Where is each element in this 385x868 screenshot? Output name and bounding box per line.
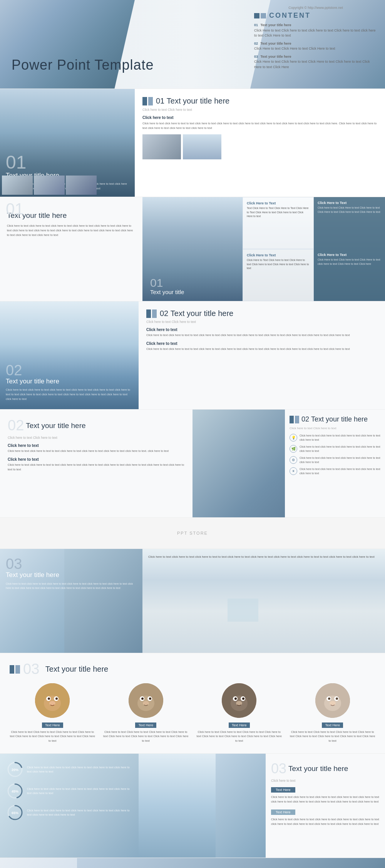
cover-content-box: Copyright © http://www.pptstore.net CONT…	[254, 6, 377, 70]
slide-01-large-title: Text your title here	[7, 211, 136, 220]
slide-03-a: 03 Text your title here Click here to te…	[0, 549, 385, 653]
panel-1-body: Text Click Here to Text Click Here to Te…	[247, 206, 310, 219]
slide-02a-right-title: Text your title here	[171, 309, 233, 318]
ring-icon: ⚙	[290, 456, 297, 464]
slide-01-large-body: Click here to text click here to text cl…	[7, 224, 136, 237]
thumb-3	[66, 176, 97, 195]
progress-circle-2: 45%	[7, 783, 23, 799]
icon-row-3: ⚙ Click here to text click here to text …	[290, 456, 380, 464]
slide-02b-body2: Click here to text click here to text to…	[8, 463, 185, 472]
slide-02b-click1: Click here to text	[8, 443, 185, 448]
slide-02b-click2: Click here to text	[8, 457, 185, 462]
bulb-icon: 💡	[290, 434, 297, 442]
slide-02-b: 02 Text your title here Click here to te…	[0, 410, 385, 517]
slide-01-right-body: Click here to text click here to text to…	[142, 121, 377, 130]
team-cards: Text Here Click here to text Click here …	[10, 683, 375, 743]
slide-02a-right-subtitle: Click here to text Click here to text	[146, 320, 377, 324]
slide-03b-right: 03 Text your title here Click here to te…	[266, 754, 385, 858]
sun-icon: ☀	[290, 467, 297, 475]
slide-01-right-title: Text your title here	[167, 97, 229, 105]
slide-01-overlay-title-text: Text your title	[150, 289, 184, 295]
slide-02a-click2: Click here to text	[146, 341, 377, 346]
slide-03b-body2: Click here to text click here to text cl…	[271, 817, 380, 826]
team-card-1: Text Here Click here to text Click here …	[10, 683, 95, 743]
cover-item-1: 01 Text your title here Click Here to te…	[254, 23, 377, 38]
svg-point-6	[49, 701, 55, 706]
panel-4: Click Here to Text Click Here to text Cl…	[314, 249, 385, 301]
text-badge-2: Text Here	[271, 809, 295, 815]
slide-01-large-right: 01 Text your title Click Here to Text Te…	[142, 197, 385, 301]
slide-02a-body1: Click here to text click here to text to…	[146, 333, 377, 338]
cover-item-3-desc: Click Here to text Click here to text Cl…	[254, 60, 370, 69]
team-card-4: Text Here Click here to text Click here …	[290, 683, 376, 743]
slide-01-click-header: Click here to text	[142, 115, 377, 120]
panel-1: Click Here to Text Text Click Here to Te…	[243, 197, 314, 249]
panel-3-title: Click Here to Text	[247, 253, 310, 257]
slide-01-right-header: 01 Text your title here	[142, 97, 377, 105]
slide-02a-title: Text your title here	[6, 378, 133, 385]
cover-content-label: CONTENT	[269, 12, 311, 20]
svg-point-18	[234, 697, 237, 700]
progress-text-1: Click here to text click here to text cl…	[27, 765, 132, 774]
text-badge-1: Text Here	[271, 787, 295, 793]
slide-01-large: 01 Text your title here Click here to te…	[0, 197, 385, 301]
progress-circle-3: 65%	[7, 804, 23, 821]
team-name-badge-1: Text Here	[42, 722, 63, 728]
svg-point-11	[141, 697, 144, 700]
slide-02b-right: 02 Text your title here Click here to te…	[192, 410, 385, 517]
team-name-badge-2: Text Here	[135, 722, 156, 728]
avatar-4	[315, 683, 350, 718]
sq-light	[148, 97, 153, 105]
slide-01-main: 01 Text your title here Click here to te…	[0, 89, 385, 197]
slide-03b-title: Text your title here	[288, 764, 348, 773]
team-body-4: Click here to text Click here to text Cl…	[290, 730, 376, 743]
slide-01-left: 01 Text your title here Click here to te…	[0, 89, 135, 197]
cover-title-area: Power Point Template	[12, 57, 154, 73]
slide-03a-title-white: Text your title here	[6, 571, 137, 579]
square-dark	[254, 13, 259, 18]
slide-01-overlay-title: 01 Text your title	[150, 277, 184, 295]
slide-02b-title: Text your title here	[26, 421, 85, 430]
sq-dark	[142, 97, 147, 105]
cover-content-header: CONTENT	[254, 12, 377, 20]
svg-point-20	[236, 701, 242, 706]
svg-point-12	[149, 697, 151, 700]
panel-2-title: Click Here to Text	[318, 201, 381, 205]
slide-02a-body: Click here to text click here to text cl…	[6, 388, 133, 401]
progress-mountain-1	[139, 754, 216, 858]
svg-text:45%: 45%	[12, 789, 18, 793]
progress-mountain-2: 03 Text your title here Click here to te…	[216, 754, 385, 858]
progress-text-2: Click here to text click here to text cl…	[27, 787, 132, 796]
team-header: 03 Text your title here	[10, 661, 375, 677]
slide-03a-right: Click here to text click here to text cl…	[142, 549, 385, 653]
slide-01-large-num: 01	[6, 201, 24, 217]
icon-row-1: 💡 Click here to text click here to text …	[290, 434, 380, 442]
cover-item-3: 03 Text your title here Click Here to te…	[254, 54, 377, 70]
slide-03a-right-text: Click here to text click here to text cl…	[142, 549, 385, 565]
slide-02b-left: 02 Text your title here Click here to te…	[0, 410, 192, 517]
team-squares	[10, 665, 20, 674]
slide-03a-left: 03 Text your title here Click here to te…	[0, 549, 142, 653]
slide-02a-body2: Click here to text click here to text to…	[146, 347, 377, 351]
slide-01-thumbs	[0, 174, 135, 197]
ppt-store-strip: PPT STORE	[0, 518, 385, 549]
panel-3: Click Here to Text Click Here to Text Cl…	[243, 249, 314, 301]
square-light	[261, 13, 266, 18]
progress-row-2: 45% Click here to text click here to tex…	[7, 783, 132, 799]
right-thumb-1	[142, 134, 181, 159]
progress-circle-1: 20%	[7, 761, 23, 778]
svg-point-13	[143, 701, 149, 706]
slide-02a-click1: Click here to text	[146, 328, 377, 332]
svg-point-19	[242, 697, 244, 700]
panel-2: Click Here to Text Click here to text Cl…	[314, 197, 385, 249]
svg-point-27	[330, 701, 336, 706]
slide-cover: Power Point Template Copyright © http://…	[0, 0, 385, 89]
cover-main-title: Power Point Template	[12, 57, 154, 73]
slide-03b-body1: Click here to text click here to text cl…	[271, 795, 380, 804]
team-name-badge-3: Text Here	[229, 722, 250, 728]
svg-point-26	[336, 697, 338, 700]
team-body-3: Click here to text Click here to text Cl…	[196, 730, 282, 743]
slide-01-right-imgs	[142, 134, 377, 159]
avatar-3	[222, 683, 256, 718]
svg-point-4	[48, 697, 50, 700]
